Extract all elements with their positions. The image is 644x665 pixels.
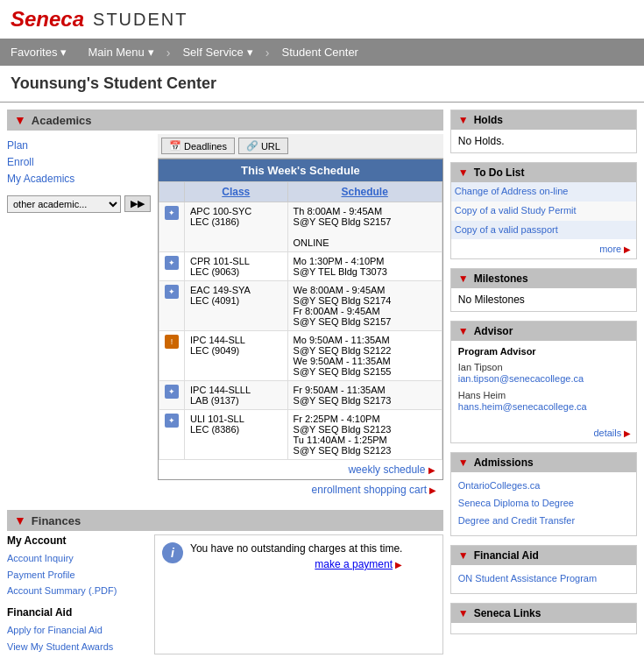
triangle-icon: ▼: [14, 113, 26, 127]
logo-seneca: Seneca: [11, 7, 84, 32]
nav-student-center[interactable]: Student Center: [272, 39, 369, 66]
credit-transfer-link[interactable]: Degree and Credit Transfer: [458, 513, 629, 530]
no-charges-msg: You have no outstanding charges at this …: [190, 542, 402, 555]
class-icon-cell: ✦: [159, 381, 185, 410]
triangle-icon-todo: ▼: [458, 166, 469, 179]
finances-right: i You have no outstanding charges at thi…: [154, 534, 443, 654]
nav-separator-2: ›: [264, 46, 272, 60]
nav-separator: ›: [165, 46, 173, 60]
url-btn[interactable]: 🔗 URL: [238, 138, 288, 154]
enroll-link[interactable]: Enroll: [7, 154, 151, 171]
apply-financial-aid-link[interactable]: Apply for Financial Aid: [7, 622, 147, 639]
page-title: Younsung's Student Center: [11, 74, 633, 93]
nav-self-service[interactable]: Self Service ▾: [172, 39, 263, 66]
schedule-col-header[interactable]: Schedule: [287, 182, 442, 202]
deadlines-btn[interactable]: 📅 Deadlines: [161, 138, 235, 154]
left-column: ▼ Academics Plan Enroll My Academics oth…: [7, 110, 450, 654]
plan-link[interactable]: Plan: [7, 138, 151, 154]
todo-label: To Do List: [474, 166, 525, 179]
ontario-colleges-link[interactable]: OntarioColleges.ca: [458, 478, 629, 495]
calendar-icon: 📅: [169, 140, 181, 152]
dropdown-row: other academic... ▶▶: [7, 195, 151, 213]
financial-aid-panel-label: Financial Aid: [474, 549, 539, 562]
milestones-panel: ▼ Milestones No Milestones: [450, 268, 637, 312]
financial-aid-panel: ▼ Financial Aid ON Student Assistance Pr…: [450, 545, 637, 594]
program-advisor-label: Program Advisor: [458, 346, 629, 357]
class-cell: APC 100-SYCLEC (3186): [185, 202, 288, 252]
admissions-header: ▼ Admissions: [451, 453, 636, 472]
header: Seneca STUDENT: [0, 0, 644, 39]
class-cell: CPR 101-SLLLEC (9063): [185, 252, 288, 281]
logo-student: STUDENT: [93, 10, 188, 30]
schedule-area: 📅 Deadlines 🔗 URL This Week's Schedule: [158, 134, 443, 499]
url-icon: 🔗: [246, 140, 258, 152]
chevron-down-icon: ▾: [148, 46, 154, 59]
todo-panel: ▼ To Do List Change of Address on-line C…: [450, 162, 637, 259]
more-link[interactable]: more: [599, 244, 631, 254]
account-summary-link[interactable]: Account Summary (.PDF): [7, 583, 147, 599]
navbar: Favorites ▾ Main Menu ▾ › Self Service ▾…: [0, 39, 644, 66]
details-link[interactable]: details: [593, 428, 631, 438]
right-column: ▼ Holds No Holds. ▼ To Do List Change of…: [450, 110, 637, 654]
cart-link: enrollment shopping cart: [158, 480, 443, 499]
finances-header: ▼ Finances: [7, 510, 443, 531]
page-title-area: Younsung's Student Center: [0, 66, 644, 103]
dropdown-go-btn[interactable]: ▶▶: [124, 195, 151, 212]
diploma-degree-link[interactable]: Seneca Diploma to Degree: [458, 495, 629, 513]
advisor-block-2: Hans Heim hans.heim@senecacollege.ca: [458, 390, 629, 413]
view-student-awards-link[interactable]: View My Student Awards: [7, 639, 147, 655]
todo-item-1: Change of Address on-line: [451, 182, 636, 202]
schedule-toolbar: 📅 Deadlines 🔗 URL: [158, 134, 443, 159]
account-inquiry-link[interactable]: Account Inquiry: [7, 550, 147, 567]
schedule-table: Class Schedule ✦APC 100-SYCLEC (3186)Th …: [159, 181, 442, 460]
finances-inner: My Account Account Inquiry Payment Profi…: [7, 534, 443, 654]
admissions-panel: ▼ Admissions OntarioColleges.ca Seneca D…: [450, 452, 637, 535]
milestones-body: No Milestones: [451, 288, 636, 311]
weekly-schedule-link: weekly schedule ▶: [159, 460, 442, 479]
advisor-name-1: Ian Tipson: [458, 362, 629, 372]
todo-more: more: [451, 239, 636, 258]
triangle-icon-financial-aid: ▼: [458, 549, 469, 562]
academics-dropdown[interactable]: other academic...: [7, 195, 121, 213]
my-academics-link[interactable]: My Academics: [7, 171, 151, 187]
seneca-links-header: ▼ Seneca Links: [451, 604, 636, 623]
finances-label: Finances: [32, 514, 81, 527]
class-cell: EAC 149-SYALEC (4091): [185, 281, 288, 331]
triangle-icon-admissions: ▼: [458, 456, 469, 469]
no-holds-msg: No Holds.: [458, 135, 505, 147]
schedule-cell: Mo 1:30PM - 4:10PMS@Y TEL Bldg T3073: [287, 252, 442, 281]
milestones-header: ▼ Milestones: [451, 269, 636, 288]
advisor-label: Advisor: [474, 325, 513, 337]
class-col-header[interactable]: Class: [185, 182, 288, 202]
todo-item-3: Copy of a valid passport: [451, 221, 636, 240]
holds-header: ▼ Holds: [451, 110, 636, 130]
no-milestones-msg: No Milestones: [458, 294, 525, 306]
nav-favorites[interactable]: Favorites ▾: [0, 39, 77, 66]
todo-header: ▼ To Do List: [451, 163, 636, 182]
schedule-cell: We 8:00AM - 9:45AMS@Y SEQ Bldg S2174Fr 8…: [287, 281, 442, 331]
class-icon: ✦: [165, 256, 179, 270]
schedule-container: This Week's Schedule Class Schedule: [158, 159, 443, 480]
advisor-email-2[interactable]: hans.heim@senecacollege.ca: [458, 401, 587, 412]
todo-item-2: Copy of a valid Study Permit: [451, 202, 636, 221]
advisor-panel: ▼ Advisor Program Advisor Ian Tipson ian…: [450, 321, 637, 443]
warning-icon: !: [165, 335, 179, 349]
financial-aid-header: ▼ Financial Aid: [451, 546, 636, 565]
on-student-assistance-link[interactable]: ON Student Assistance Program: [458, 570, 629, 588]
academics-section: ▼ Academics Plan Enroll My Academics oth…: [7, 110, 443, 499]
class-icon: ✦: [165, 414, 179, 428]
seneca-links-panel: ▼ Seneca Links: [450, 603, 637, 634]
finances-section: ▼ Finances My Account Account Inquiry Pa…: [7, 510, 443, 654]
make-payment-link[interactable]: make a payment: [315, 558, 393, 570]
milestones-label: Milestones: [474, 272, 528, 285]
main-content: ▼ Academics Plan Enroll My Academics oth…: [0, 103, 644, 661]
seneca-links-body: [451, 623, 636, 633]
academics-header: ▼ Academics: [7, 110, 443, 131]
payment-profile-link[interactable]: Payment Profile: [7, 567, 147, 584]
class-cell: ULI 101-SLLLEC (8386): [185, 410, 288, 460]
schedule-cell: Th 8:00AM - 9:45AMS@Y SEQ Bldg S2157ONLI…: [287, 202, 442, 252]
nav-main-menu[interactable]: Main Menu ▾: [77, 39, 164, 66]
class-icon-cell: ✦: [159, 252, 185, 281]
triangle-icon-holds: ▼: [458, 114, 469, 126]
advisor-email-1[interactable]: ian.tipson@senecacollege.ca: [458, 373, 584, 384]
